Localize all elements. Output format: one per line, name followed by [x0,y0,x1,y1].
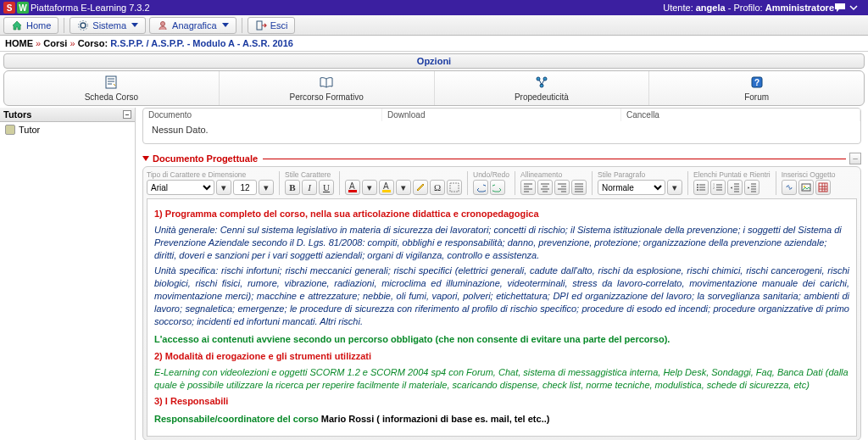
triangle-down-icon[interactable] [142,156,149,161]
svg-text:?: ? [754,78,760,87]
bullet-list-button[interactable] [693,180,709,195]
opzioni-bar[interactable]: Opzioni [3,53,865,69]
col-cancella: Cancella [621,109,860,121]
caret-down-icon [131,23,138,27]
italic-button[interactable]: I [302,180,317,195]
number-list-button[interactable]: 12 [710,180,726,195]
tab-percorso-formativo[interactable]: Percorso Formativo [220,71,435,105]
question-icon: ? [749,75,765,90]
collapse-icon[interactable]: – [849,153,861,164]
sistema-button[interactable]: Sistema [70,17,146,34]
section-header-documento: Documento Progettuale – [142,153,861,164]
graph-icon [534,75,549,90]
svg-rect-11 [450,183,459,192]
chat-icon[interactable] [834,3,849,13]
doc-heading-1: 1) Programma completo del corso, nella s… [154,208,849,220]
menu-separator [242,18,242,33]
align-justify-button[interactable] [571,180,587,195]
svg-point-2 [161,21,165,25]
bc-home[interactable]: HOME [5,38,33,48]
size-caret-icon[interactable]: ▾ [259,180,274,195]
title-bar: S W Piattaforma E-Learning 7.3.2 Utente:… [0,0,868,15]
svg-point-1 [79,20,88,30]
anagrafica-button[interactable]: Anagrafica [149,17,236,34]
tb-label-insert: Inserisci Oggetto [782,170,836,179]
user-name: angela [696,3,726,13]
tab-bar: Scheda Corso Percorso Formativo Propedeu… [3,70,865,106]
bc-corso-label: Corso: [78,38,108,48]
doc-resp-label: Responsabile/coordinatore del corso [154,414,319,424]
symbol-button[interactable]: Ω [430,180,445,195]
esci-label: Esci [270,20,288,31]
redo-button[interactable] [490,180,505,195]
indent-button[interactable] [744,180,760,195]
editor-body[interactable]: 1) Programma completo del corso, nella s… [147,198,857,437]
dropdown-icon[interactable] [849,3,865,12]
doc-paragraph-2: Unità specifica: rischi infortuni; risch… [154,265,849,327]
bc-path[interactable]: R.S.P.P. / A.S.P.P. - Modulo A - A.S.R. … [110,38,293,48]
para-caret-icon[interactable]: ▾ [667,180,682,195]
text-color-caret[interactable]: ▾ [362,180,377,195]
app-badge-w: W [17,2,29,14]
bold-button[interactable]: B [285,180,300,195]
bc-corsi[interactable]: Corsi [43,38,67,48]
font-caret-icon[interactable]: ▾ [216,180,231,195]
doc-resp-value: Mario Rossi ( informazioni di base es. m… [319,414,550,424]
profile-prefix: - Profilo: [728,3,763,13]
sistema-label: Sistema [92,20,126,31]
sidebar-item-tutor[interactable]: Tutor [0,122,135,137]
tb-label-undo: Undo/Redo [473,170,509,179]
paragraph-style-select[interactable]: Normale [598,180,665,195]
doc-paragraph-3: L'accesso ai contenuti avviene secondo u… [154,333,849,346]
col-download: Download [382,109,621,121]
opzioni-label: Opzioni [417,56,451,66]
svg-point-12 [697,184,698,186]
infobox-value: Nessun Dato. [143,121,860,143]
font-family-select[interactable]: Arial [147,180,214,195]
app-title: Piattaforma E-Learning 7.3.2 [31,3,150,13]
caret-down-icon [222,23,229,27]
highlight-color-caret[interactable]: ▾ [396,180,411,195]
tb-label-style: Stile Carattere [285,170,334,179]
editor-toolbar: Tipo di Carattere e Dimensione Arial ▾ ▾… [147,170,857,195]
text-color-button[interactable] [345,180,360,195]
col-documento: Documento [143,109,382,121]
doc-paragraph-5: Responsabile/coordinatore del corso Mari… [154,413,849,426]
home-button[interactable]: Home [3,17,58,34]
tb-label-align: Allineamento [520,170,587,179]
tab-percorso-label: Percorso Formativo [290,92,364,102]
insert-link-button[interactable] [782,180,797,195]
section-label-doc: Documento Progettuale [153,153,258,164]
esci-button[interactable]: Esci [248,17,296,34]
align-right-button[interactable] [554,180,570,195]
editor-documento: Tipo di Carattere e Dimensione Arial ▾ ▾… [142,166,861,440]
align-center-button[interactable] [537,180,553,195]
insert-table-button[interactable] [815,180,831,195]
exit-icon [255,19,267,31]
minimize-icon[interactable]: – [123,110,131,119]
svg-rect-3 [257,21,262,30]
highlight-color-button[interactable] [379,180,394,195]
doc-paragraph-4: E-Learning con videolezioni e oggetti SC… [154,366,849,392]
breadcrumb: HOME » Corsi » Corso: R.S.P.P. / A.S.P.P… [0,36,868,52]
doc-paragraph-1: Unità generale: Cenni sul sistema legisl… [154,224,849,262]
tutor-icon [5,125,15,135]
font-size-input[interactable] [233,180,257,195]
clear-format-button[interactable] [413,180,428,195]
home-label: Home [26,20,51,31]
tb-label-lists: Elenchi Puntati e Rientri [693,170,771,179]
content-area: Documento Download Cancella Nessun Dato.… [136,108,868,440]
undo-button[interactable] [473,180,488,195]
outdent-button[interactable] [727,180,743,195]
underline-button[interactable]: U [319,180,334,195]
user-icon [157,19,169,31]
align-left-button[interactable] [520,180,536,195]
sidebar-item-label: Tutor [19,125,40,135]
tab-propedeuticita[interactable]: Propedeuticità [435,71,650,105]
bc-sep: » [36,38,41,48]
tab-forum[interactable]: ? Forum [649,71,864,105]
select-all-button[interactable] [447,180,462,195]
tab-scheda-corso[interactable]: Scheda Corso [4,71,220,105]
insert-image-button[interactable] [798,180,814,195]
sidebar: Tutors – Tutor [0,108,136,440]
